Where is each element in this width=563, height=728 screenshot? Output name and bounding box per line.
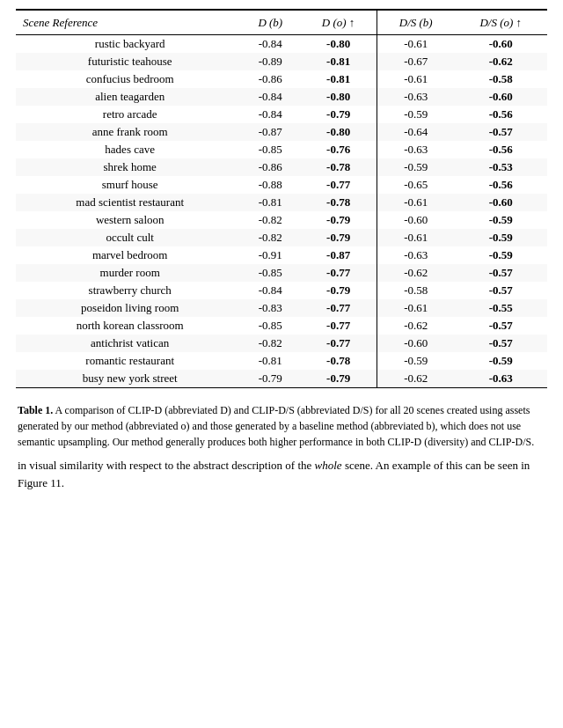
table-cell: -0.85 [240, 317, 300, 335]
table-cell: -0.59 [454, 246, 547, 264]
table-cell: -0.62 [377, 317, 454, 335]
table-cell: -0.63 [377, 141, 454, 158]
table-row: poseidon living room-0.83-0.77-0.61-0.55 [16, 299, 547, 317]
table-cell: smurf house [16, 176, 240, 194]
table-cell: -0.88 [240, 176, 300, 194]
table-cell: alien teagarden [16, 88, 240, 106]
table-cell: retro arcade [16, 106, 240, 123]
table-cell: -0.84 [240, 88, 300, 106]
table-row: alien teagarden-0.84-0.80-0.63-0.60 [16, 88, 547, 106]
table-cell: -0.63 [454, 370, 547, 387]
table-cell: romantic restaurant [16, 352, 240, 370]
table-cell: antichrist vatican [16, 335, 240, 352]
table-row: romantic restaurant-0.81-0.78-0.59-0.59 [16, 352, 547, 370]
table-cell: mad scientist restaurant [16, 194, 240, 211]
table-cell: -0.60 [377, 211, 454, 229]
table-cell: -0.80 [300, 35, 377, 54]
table-cell: -0.62 [377, 370, 454, 387]
table-row: busy new york street-0.79-0.79-0.62-0.63 [16, 370, 547, 387]
table-row: occult cult-0.82-0.79-0.61-0.59 [16, 229, 547, 246]
table-cell: busy new york street [16, 370, 240, 387]
table-cell: -0.77 [300, 299, 377, 317]
table-cell: -0.87 [300, 246, 377, 264]
table-cell: -0.89 [240, 53, 300, 70]
table-cell: -0.62 [377, 264, 454, 282]
table-cell: -0.81 [300, 53, 377, 70]
table-cell: -0.59 [454, 352, 547, 370]
col-header-do: D (o) ↑ [300, 11, 377, 35]
table-label: Table 1. [18, 404, 53, 416]
table-cell: -0.79 [300, 211, 377, 229]
table-cell: -0.77 [300, 317, 377, 335]
table-cell: -0.81 [240, 194, 300, 211]
table-cell: occult cult [16, 229, 240, 246]
col-header-scene: Scene Reference [16, 11, 240, 35]
table-cell: -0.82 [240, 229, 300, 246]
table-cell: western saloon [16, 211, 240, 229]
col-header-dsb: D/S (b) [377, 11, 454, 35]
table-cell: strawberry church [16, 282, 240, 299]
table-row: antichrist vatican-0.82-0.77-0.60-0.57 [16, 335, 547, 352]
table-cell: -0.65 [377, 176, 454, 194]
table-cell: -0.55 [454, 299, 547, 317]
table-cell: -0.81 [300, 70, 377, 88]
table-row: futuristic teahouse-0.89-0.81-0.67-0.62 [16, 53, 547, 70]
table-cell: -0.63 [377, 246, 454, 264]
table-cell: -0.59 [454, 229, 547, 246]
table-cell: -0.61 [377, 70, 454, 88]
table-cell: -0.86 [240, 70, 300, 88]
body-text: in visual similarity with respect to the… [16, 453, 547, 492]
table-row: western saloon-0.82-0.79-0.60-0.59 [16, 211, 547, 229]
table-cell: -0.78 [300, 352, 377, 370]
table-cell: -0.61 [377, 194, 454, 211]
table-cell: -0.60 [377, 335, 454, 352]
table-caption: Table 1. A comparison of CLIP-D (abbrevi… [16, 397, 547, 453]
table-cell: -0.57 [454, 123, 547, 141]
table-cell: marvel bedroom [16, 246, 240, 264]
table-row: hades cave-0.85-0.76-0.63-0.56 [16, 141, 547, 158]
table-cell: -0.91 [240, 246, 300, 264]
table-cell: -0.82 [240, 335, 300, 352]
table-cell: -0.84 [240, 282, 300, 299]
table-cell: murder room [16, 264, 240, 282]
data-table: Scene Reference D (b) D (o) ↑ D/S (b) D/… [16, 9, 547, 388]
table-cell: -0.79 [300, 370, 377, 387]
table-cell: -0.77 [300, 176, 377, 194]
table-cell: hades cave [16, 141, 240, 158]
table-cell: -0.81 [240, 352, 300, 370]
table-cell: -0.61 [377, 299, 454, 317]
table-cell: -0.78 [300, 194, 377, 211]
table-cell: -0.61 [377, 229, 454, 246]
table-cell: -0.62 [454, 53, 547, 70]
col-header-dso: D/S (o) ↑ [454, 11, 547, 35]
table-cell: poseidon living room [16, 299, 240, 317]
table-cell: -0.79 [300, 106, 377, 123]
table-cell: -0.60 [454, 88, 547, 106]
table-row: strawberry church-0.84-0.79-0.58-0.57 [16, 282, 547, 299]
table-cell: -0.64 [377, 123, 454, 141]
table-cell: -0.57 [454, 282, 547, 299]
table-row: confucius bedroom-0.86-0.81-0.61-0.58 [16, 70, 547, 88]
table-cell: -0.57 [454, 264, 547, 282]
table-cell: -0.83 [240, 299, 300, 317]
table-row: rustic backyard-0.84-0.80-0.61-0.60 [16, 35, 547, 54]
table-cell: futuristic teahouse [16, 53, 240, 70]
table-cell: -0.59 [454, 211, 547, 229]
table-cell: -0.80 [300, 88, 377, 106]
table-cell: confucius bedroom [16, 70, 240, 88]
table-cell: -0.59 [377, 158, 454, 176]
table-cell: -0.85 [240, 264, 300, 282]
table-row: smurf house-0.88-0.77-0.65-0.56 [16, 176, 547, 194]
table-row: shrek home-0.86-0.78-0.59-0.53 [16, 158, 547, 176]
table-cell: -0.56 [454, 176, 547, 194]
table-cell: -0.79 [300, 282, 377, 299]
table-cell: -0.53 [454, 158, 547, 176]
table-cell: -0.57 [454, 335, 547, 352]
table-row: retro arcade-0.84-0.79-0.59-0.56 [16, 106, 547, 123]
table-row: anne frank room-0.87-0.80-0.64-0.57 [16, 123, 547, 141]
table-cell: north korean classroom [16, 317, 240, 335]
table-row: mad scientist restaurant-0.81-0.78-0.61-… [16, 194, 547, 211]
table-cell: -0.77 [300, 264, 377, 282]
table-cell: -0.82 [240, 211, 300, 229]
table-cell: -0.67 [377, 53, 454, 70]
